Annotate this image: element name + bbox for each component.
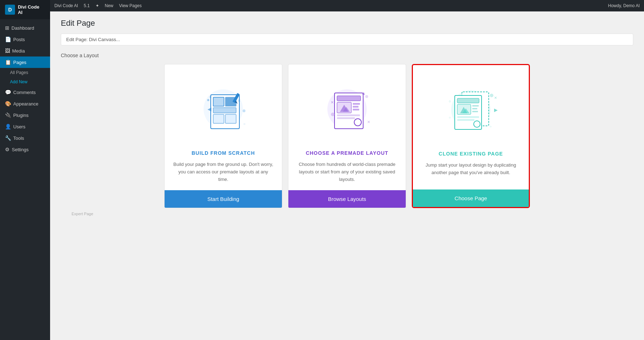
start-building-button[interactable]: Start Building xyxy=(165,190,282,208)
svg-rect-17 xyxy=(337,96,361,101)
sidebar-logo: D Divi Code AI xyxy=(0,0,50,19)
svg-rect-22 xyxy=(353,106,358,108)
media-icon: 🖼 xyxy=(5,48,10,54)
svg-point-9 xyxy=(207,99,209,101)
sidebar-item-label: Comments xyxy=(13,90,36,95)
svg-rect-5 xyxy=(213,114,224,123)
svg-rect-39 xyxy=(472,105,479,107)
content-area: Edit Page Edit Page: Divi Canvass... Cho… xyxy=(50,11,644,340)
sidebar-item-label: Posts xyxy=(13,37,25,42)
dashboard-icon: ⊞ xyxy=(5,25,9,31)
card-layout-title: CHOOSE A PREMADE LAYOUT xyxy=(299,150,396,156)
browse-layouts-button[interactable]: Browse Layouts xyxy=(288,190,406,208)
svg-rect-21 xyxy=(353,103,360,105)
breadcrumb-text: Edit Page: Divi Canvass... xyxy=(66,37,120,42)
sidebar-item-add-new[interactable]: Add New xyxy=(0,77,50,87)
sidebar-item-label: Users xyxy=(13,124,25,129)
options-label: Choose a Layout xyxy=(61,53,633,58)
sidebar-item-label: Media xyxy=(12,48,25,54)
sidebar-item-label: Plugins xyxy=(13,113,29,118)
pages-icon: 📋 xyxy=(5,59,11,65)
card-layout-illustration: ✕ ✕ ▲ xyxy=(288,64,406,150)
svg-rect-25 xyxy=(337,117,355,119)
cards-container: ◀ ✕ ✕ ○ BUILD FROM SCRATCH Build your pa… xyxy=(61,64,633,208)
sidebar-item-tools[interactable]: 🔧 Tools xyxy=(0,132,50,144)
choose-page-button[interactable]: Choose Page xyxy=(413,189,529,207)
scratch-svg: ◀ ✕ ✕ ○ xyxy=(191,75,255,139)
svg-text:✕: ✕ xyxy=(238,99,240,103)
svg-text:✕: ✕ xyxy=(209,95,212,99)
card-clone-illustration: ○ ▶ ✕ ○ ○ xyxy=(413,65,529,151)
topbar-view[interactable]: View Pages xyxy=(119,3,142,8)
add-new-label: Add New xyxy=(10,79,28,84)
svg-rect-35 xyxy=(457,98,479,103)
sidebar-nav: ⊞ Dashboard 📄 Posts 🖼 Media 📋 Pages All … xyxy=(0,19,50,158)
sidebar-item-pages[interactable]: 📋 Pages xyxy=(0,56,50,68)
svg-text:✕: ✕ xyxy=(367,120,370,124)
sidebar-item-comments[interactable]: 💬 Comments xyxy=(0,87,50,98)
sidebar-item-posts[interactable]: 📄 Posts xyxy=(0,34,50,45)
topbar-version: 5.1 xyxy=(84,3,90,8)
posts-icon: 📄 xyxy=(5,36,11,42)
svg-rect-24 xyxy=(337,114,360,116)
svg-rect-41 xyxy=(472,111,478,112)
card-scratch-title: BUILD FROM SCRATCH xyxy=(184,150,262,156)
svg-text:◀: ◀ xyxy=(208,106,211,112)
footer-text: Expert Page xyxy=(72,212,93,216)
logo-text: Divi Code AI xyxy=(18,4,45,15)
all-pages-label: All Pages xyxy=(10,70,28,75)
content-footer: Expert Page xyxy=(61,208,633,220)
svg-text:▲: ▲ xyxy=(361,90,366,96)
sidebar-item-label: Pages xyxy=(13,60,26,65)
card-scratch-desc: Build your page from the ground up. Don'… xyxy=(165,161,282,183)
svg-rect-43 xyxy=(457,119,474,121)
main-area: Divi Code AI 5.1 ✦ New View Pages Howdy,… xyxy=(50,0,644,340)
svg-text:○: ○ xyxy=(449,115,451,119)
sidebar: D Divi Code AI ⊞ Dashboard 📄 Posts 🖼 Med… xyxy=(0,0,50,340)
top-bar: Divi Code AI 5.1 ✦ New View Pages Howdy,… xyxy=(50,0,644,11)
svg-text:▶: ▶ xyxy=(494,107,498,113)
sidebar-item-users[interactable]: 👤 Users xyxy=(0,121,50,132)
svg-text:✕: ✕ xyxy=(494,96,497,100)
sidebar-item-appearance[interactable]: 🎨 Appearance xyxy=(0,98,50,109)
svg-rect-6 xyxy=(225,114,236,123)
topbar-new[interactable]: New xyxy=(105,3,113,8)
svg-text:○: ○ xyxy=(449,99,451,103)
sidebar-item-media[interactable]: 🖼 Media xyxy=(0,45,50,56)
plugins-icon: 🔌 xyxy=(5,112,11,118)
card-scratch-illustration: ◀ ✕ ✕ ○ xyxy=(165,64,282,150)
card-clone-title: CLONE EXISTING PAGE xyxy=(431,151,510,157)
sidebar-item-settings[interactable]: ⚙ Settings xyxy=(0,144,50,155)
card-layout: ✕ ✕ ▲ CHOOSE A PREMADE LAYOUT Choose fro… xyxy=(288,64,406,208)
topbar-star[interactable]: ✦ xyxy=(96,3,99,8)
card-layout-desc: Choose from hundreds of world-class prem… xyxy=(288,161,406,183)
sidebar-item-plugins[interactable]: 🔌 Plugins xyxy=(0,109,50,121)
svg-rect-40 xyxy=(472,108,477,109)
comments-icon: 💬 xyxy=(5,89,11,95)
sidebar-item-label: Settings xyxy=(12,147,29,152)
sidebar-item-label: Tools xyxy=(13,135,24,141)
tools-icon: 🔧 xyxy=(5,135,11,141)
logo-icon: D xyxy=(5,5,15,15)
layout-svg: ✕ ✕ ▲ xyxy=(315,75,379,139)
clone-svg: ○ ▶ ✕ ○ ○ xyxy=(439,76,503,140)
sidebar-item-label: Dashboard xyxy=(11,25,34,31)
users-icon: 👤 xyxy=(5,124,11,129)
topbar-user: Howdy, Demo AI xyxy=(608,3,640,8)
sidebar-item-all-pages[interactable]: All Pages xyxy=(0,68,50,77)
svg-point-46 xyxy=(490,94,493,97)
sidebar-item-dashboard[interactable]: ⊞ Dashboard xyxy=(0,22,50,34)
page-title: Edit Page xyxy=(61,19,633,28)
svg-rect-42 xyxy=(457,116,479,118)
svg-text:○: ○ xyxy=(243,122,245,126)
svg-text:○: ○ xyxy=(489,124,492,128)
svg-text:✕: ✕ xyxy=(331,100,334,104)
svg-rect-4 xyxy=(213,108,236,113)
svg-point-29 xyxy=(331,113,335,116)
card-clone-desc: Jump start your layout design by duplica… xyxy=(413,162,529,182)
svg-rect-23 xyxy=(353,109,359,110)
appearance-icon: 🎨 xyxy=(5,101,11,107)
breadcrumb: Edit Page: Divi Canvass... xyxy=(61,34,633,45)
svg-point-10 xyxy=(243,109,245,112)
topbar-divi[interactable]: Divi Code AI xyxy=(54,3,78,8)
